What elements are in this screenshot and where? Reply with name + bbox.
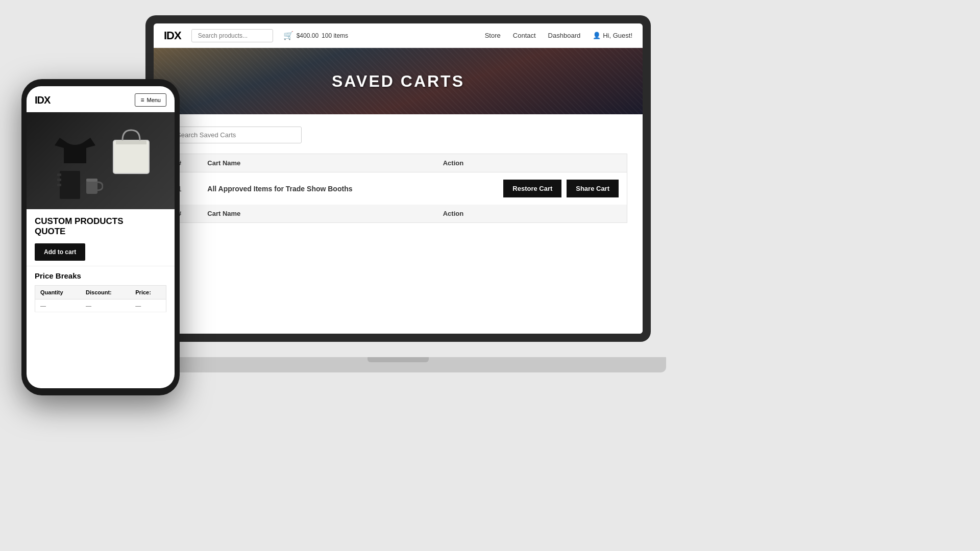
pb-col-discount: Discount:	[81, 285, 130, 299]
phone-body: IDX ≡ Menu	[21, 79, 180, 395]
svg-rect-1	[116, 140, 146, 144]
price-breaks-section: Price Breaks Quantity Discount: Price: —…	[27, 266, 175, 317]
cart-summary[interactable]: 🛒 $400.00 100 items	[283, 31, 348, 40]
price-breaks-header-row: Quantity Discount: Price:	[35, 285, 166, 299]
pb-discount: —	[81, 299, 130, 312]
svg-rect-7	[86, 179, 97, 182]
user-greeting[interactable]: 👤 Hi, Guest!	[593, 32, 632, 39]
col-action: Action	[435, 154, 627, 172]
phone-screen: IDX ≡ Menu	[27, 86, 175, 388]
restore-cart-button[interactable]: Restore Cart	[503, 180, 561, 197]
svg-rect-5	[57, 184, 61, 186]
laptop-screen: IDX 🛒 $400.00 100 items Store Contact Da…	[154, 23, 643, 334]
price-breaks-row: — — —	[35, 299, 166, 312]
notebook-icon	[57, 171, 80, 199]
laptop-search-input[interactable]	[191, 29, 273, 42]
price-breaks-table: Quantity Discount: Price: — — —	[35, 285, 166, 312]
laptop-header: IDX 🛒 $400.00 100 items Store Contact Da…	[154, 23, 643, 48]
menu-label: Menu	[146, 97, 161, 103]
saved-carts-table: # Cart Name Action 1 All Approved Items …	[169, 154, 627, 223]
cart-name-cell: All Approved Items for Trade Show Booths	[199, 172, 434, 205]
svg-rect-4	[57, 179, 61, 181]
svg-rect-0	[113, 140, 149, 173]
search-saved-carts-input[interactable]	[169, 127, 302, 143]
footer-col-cart-name: Cart Name	[199, 205, 434, 223]
pb-price: —	[130, 299, 166, 312]
laptop-logo: IDX	[164, 29, 181, 42]
tote-bag-icon	[108, 125, 154, 176]
product-image	[27, 112, 175, 209]
nav-store[interactable]: Store	[485, 32, 501, 39]
cart-amount: $400.00	[297, 32, 318, 39]
phone-device: IDX ≡ Menu	[21, 79, 180, 395]
footer-col-action: Action	[435, 205, 627, 223]
table-header-row: # Cart Name Action	[169, 154, 627, 172]
action-cell: Restore Cart Share Cart	[435, 172, 627, 205]
phone-product-info: CUSTOM PRODUCTS QUOTE Add to cart	[27, 209, 175, 266]
col-cart-name: Cart Name	[199, 154, 434, 172]
cart-items: 100 items	[322, 32, 348, 39]
pb-col-price: Price:	[130, 285, 166, 299]
laptop-body: IDX 🛒 $400.00 100 items Store Contact Da…	[145, 15, 651, 342]
tshirt-icon	[55, 128, 95, 168]
pb-quantity: —	[35, 299, 81, 312]
phone-menu-button[interactable]: ≡ Menu	[135, 93, 166, 107]
laptop-device: IDX 🛒 $400.00 100 items Store Contact Da…	[145, 15, 656, 372]
share-cart-button[interactable]: Share Cart	[567, 180, 619, 197]
price-breaks-title: Price Breaks	[35, 271, 166, 280]
pb-col-quantity: Quantity	[35, 285, 81, 299]
hero-banner: SAVED CARTS	[154, 48, 643, 114]
nav-contact[interactable]: Contact	[513, 32, 536, 39]
hero-title: SAVED CARTS	[332, 72, 464, 91]
svg-rect-2	[60, 171, 80, 199]
phone-logo: IDX	[35, 94, 50, 106]
laptop-base	[130, 357, 666, 372]
table-footer-row: # Cart Name Action	[169, 205, 627, 223]
laptop-nav: Store Contact Dashboard 👤 Hi, Guest!	[485, 32, 632, 39]
nav-dashboard[interactable]: Dashboard	[548, 32, 581, 39]
mug-icon	[85, 176, 103, 196]
add-to-cart-button[interactable]: Add to cart	[35, 243, 85, 261]
phone-header: IDX ≡ Menu	[27, 86, 175, 112]
svg-rect-3	[57, 173, 61, 176]
hamburger-icon: ≡	[140, 96, 144, 104]
laptop-content: # Cart Name Action 1 All Approved Items …	[154, 114, 643, 334]
user-icon: 👤	[593, 32, 601, 39]
phone-product-title: CUSTOM PRODUCTS QUOTE	[35, 216, 166, 237]
table-row: 1 All Approved Items for Trade Show Boot…	[169, 172, 627, 205]
cart-icon: 🛒	[283, 31, 293, 40]
